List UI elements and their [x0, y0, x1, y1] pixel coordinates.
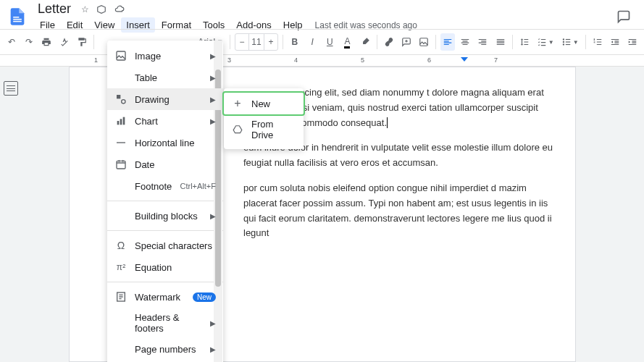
insert-image[interactable]: Image▶ — [107, 45, 223, 67]
menu-item-label: Horizontal line — [135, 138, 216, 148]
font-size-value[interactable]: 11 — [248, 34, 264, 50]
redo-button[interactable]: ↷ — [22, 33, 36, 51]
undo-button[interactable]: ↶ — [4, 33, 19, 51]
numbered-list-button[interactable] — [590, 33, 604, 51]
line-spacing-button[interactable] — [517, 33, 532, 51]
menu-item-label: Table — [135, 72, 203, 83]
menu-item-label: Headers & footers — [135, 312, 203, 334]
svg-point-5 — [562, 41, 564, 43]
cloud-icon[interactable] — [114, 4, 125, 14]
plus-icon: + — [231, 97, 244, 110]
bold-button[interactable]: B — [288, 33, 302, 51]
insert-building-blocks[interactable]: Building blocks▶ — [107, 205, 223, 227]
font-size-increase[interactable]: + — [264, 37, 277, 47]
insert-page-numbers[interactable]: Page numbers▶ — [107, 338, 223, 360]
ruler-tick: 3 — [227, 56, 231, 64]
spellcheck-button[interactable] — [57, 33, 72, 51]
drawing-icon — [114, 93, 127, 106]
hr-icon — [114, 136, 127, 149]
omega-icon: Ω — [114, 239, 127, 252]
ruler-tick: 6 — [427, 56, 431, 64]
svg-rect-12 — [123, 117, 125, 125]
ruler-indent-marker[interactable] — [461, 57, 468, 62]
workspace: ectetuer adipiscing elit, sed diam nonum… — [0, 67, 644, 362]
submenu-arrow-icon: ▶ — [210, 319, 216, 327]
menu-item-label: Chart — [135, 116, 203, 127]
new-badge: New — [193, 292, 216, 302]
font-size-decrease[interactable]: − — [235, 37, 248, 47]
toolbar: ↶ ↷ Arial ▼ − 11 + B I U A ▼ ▼ — [0, 29, 644, 55]
image-icon — [114, 49, 127, 62]
blank-icon — [114, 342, 127, 355]
date-icon — [114, 158, 127, 171]
drawing-new[interactable]: +New — [222, 91, 305, 116]
underline-button[interactable]: U — [322, 33, 337, 51]
italic-button[interactable]: I — [305, 33, 319, 51]
insert-special-characters[interactable]: ΩSpecial characters — [107, 235, 223, 256]
add-comment-button[interactable] — [399, 33, 414, 51]
align-justify-button[interactable] — [493, 33, 508, 51]
insert-table[interactable]: Table▶ — [107, 67, 223, 88]
submenu-arrow-icon: ▶ — [210, 212, 216, 220]
horizontal-ruler[interactable]: 1234567 — [0, 55, 644, 67]
blank-icon — [114, 71, 127, 84]
move-icon[interactable] — [96, 4, 106, 14]
blank-icon — [114, 180, 127, 193]
docs-logo[interactable] — [6, 5, 29, 28]
comments-icon[interactable] — [609, 5, 638, 28]
insert-date[interactable]: Date — [107, 153, 223, 175]
paragraph-3: por cum soluta nobis eleifend option con… — [243, 181, 561, 241]
star-icon[interactable]: ☆ — [81, 4, 89, 14]
menu-item-label: Date — [135, 159, 216, 170]
paint-format-button[interactable] — [75, 33, 89, 51]
increase-indent-button[interactable] — [625, 33, 640, 51]
insert-dropdown: Image▶Table▶Drawing▶+NewFrom DriveChart▶… — [107, 41, 223, 362]
insert-image-button[interactable] — [417, 33, 431, 51]
outline-icon[interactable] — [4, 81, 18, 96]
insert-horizontal-line[interactable]: Horizontal line — [107, 132, 223, 153]
insert-chart[interactable]: Chart▶ — [107, 110, 223, 132]
menu-item-label: Drawing — [135, 94, 203, 105]
svg-rect-0 — [13, 17, 19, 18]
menu-item-label: Building blocks — [135, 211, 203, 222]
insert-link-button[interactable] — [382, 33, 396, 51]
ruler-tick: 4 — [294, 56, 298, 64]
svg-point-6 — [562, 43, 564, 45]
drawing-submenu: +NewFrom Drive — [224, 88, 304, 149]
menu-item-label: Watermark — [135, 292, 185, 303]
left-gutter — [0, 67, 22, 362]
decrease-indent-button[interactable] — [608, 33, 622, 51]
text-color-button[interactable]: A — [340, 33, 354, 51]
menu-separator — [107, 282, 223, 282]
svg-rect-14 — [117, 161, 125, 169]
wm-icon — [114, 290, 127, 303]
print-button[interactable] — [39, 33, 54, 51]
insert-drawing[interactable]: Drawing▶+NewFrom Drive — [107, 88, 223, 110]
highlight-button[interactable] — [358, 33, 372, 51]
submenu-arrow-icon: ▶ — [210, 117, 216, 125]
insert-headers-footers[interactable]: Headers & footers▶ — [107, 308, 223, 338]
bulleted-list-button[interactable]: ▼ — [559, 33, 581, 51]
svg-rect-8 — [117, 95, 120, 98]
svg-point-4 — [562, 38, 564, 40]
submenu-item-label: New — [251, 98, 296, 109]
ruler-tick: 7 — [494, 56, 498, 64]
menu-separator — [107, 201, 223, 201]
svg-rect-2 — [13, 21, 22, 22]
svg-rect-7 — [117, 51, 125, 60]
align-right-button[interactable] — [475, 33, 490, 51]
insert-watermark[interactable]: WatermarkNew — [107, 286, 223, 308]
insert-equation[interactable]: π²Equation — [107, 256, 223, 278]
svg-rect-3 — [420, 38, 428, 46]
svg-rect-13 — [117, 142, 125, 143]
menu-item-label: Equation — [135, 262, 216, 273]
align-center-button[interactable] — [458, 33, 472, 51]
drawing-from-drive[interactable]: From Drive — [224, 114, 304, 145]
svg-rect-1 — [13, 19, 22, 20]
checklist-button[interactable]: ▼ — [535, 33, 556, 51]
svg-rect-10 — [117, 121, 120, 125]
insert-footnote[interactable]: FootnoteCtrl+Alt+F — [107, 175, 223, 197]
document-title[interactable]: Letter — [35, 1, 74, 17]
svg-rect-11 — [120, 119, 122, 125]
align-left-button[interactable] — [440, 33, 455, 51]
